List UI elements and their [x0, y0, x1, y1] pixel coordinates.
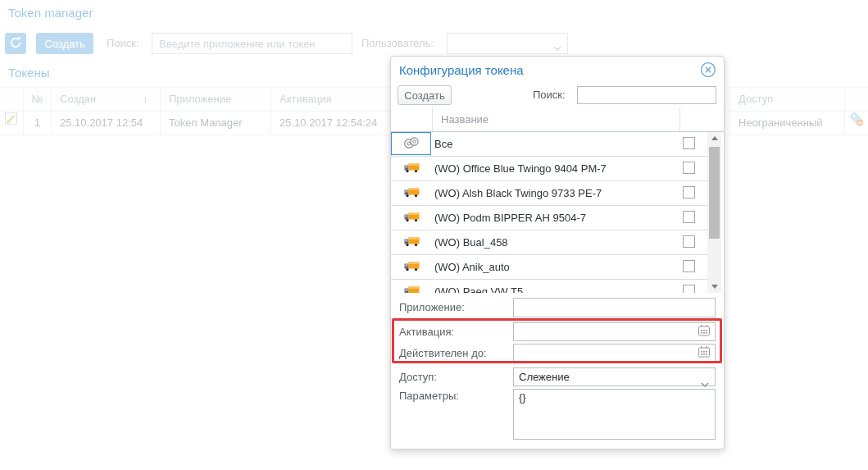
activation-field-row: Активация: [391, 322, 725, 341]
valid-until-field-row: Действителен до: [391, 344, 725, 363]
activation-date-input[interactable] [513, 322, 716, 341]
sort-desc-icon: ↓ [143, 88, 149, 111]
token-num-cell: 1 [23, 112, 51, 135]
scroll-down-arrow[interactable] [707, 281, 721, 293]
revoke-token-cell[interactable] [844, 112, 868, 135]
dialog-title: Конфигурация токена [399, 63, 524, 77]
list-scrollbar[interactable] [707, 132, 721, 293]
actions-column-header [844, 88, 868, 111]
calendar-icon [698, 349, 711, 361]
valid-until-label: Действителен до: [399, 344, 487, 363]
unit-checkbox-column-header [679, 107, 724, 131]
scroll-up-arrow[interactable] [707, 132, 721, 144]
access-label: Доступ: [399, 367, 437, 386]
truck-icon [404, 162, 420, 176]
unit-icon-column-header [391, 107, 433, 131]
group-icon [402, 137, 420, 152]
chevron-down-icon [553, 41, 561, 53]
application-field-row: Приложение: [391, 298, 725, 317]
checkbox[interactable] [683, 285, 695, 294]
list-item-unit[interactable]: (WO) Podm BIPPER AH 9504-7 [391, 206, 710, 230]
search-label: Поиск: [107, 33, 139, 54]
checkbox[interactable] [683, 235, 695, 248]
truck-icon [404, 261, 420, 274]
parameters-textarea[interactable]: {} [513, 389, 716, 440]
page-title: Token manager [8, 6, 93, 20]
application-column-header[interactable]: Приложение [160, 88, 270, 111]
application-label: Приложение: [399, 298, 465, 317]
valid-until-date-input[interactable] [513, 344, 716, 363]
list-item-unit[interactable]: (WO) Alsh Black Twingo 9733 PE-7 [391, 181, 710, 206]
checkbox[interactable] [683, 162, 695, 174]
access-column-header[interactable]: Доступ [729, 88, 844, 111]
truck-icon [404, 285, 420, 294]
search-input[interactable] [152, 33, 352, 54]
list-item-unit[interactable]: (WO) Paeg VW T5 [391, 280, 710, 293]
unit-list: Все (WO) Office Blue Twingo 9404 PM-7 (W… [391, 132, 710, 293]
token-manager-page: Token manager Создать Поиск: Пользовател… [0, 0, 868, 470]
created-column-header[interactable]: Создан↓ [51, 88, 160, 111]
checkbox[interactable] [683, 260, 695, 272]
create-token-button[interactable]: Создать [36, 33, 93, 54]
valid-until-calendar-button[interactable] [696, 345, 712, 361]
truck-icon [404, 187, 420, 200]
checkbox[interactable] [683, 137, 695, 149]
activation-label: Активация: [399, 322, 454, 341]
list-item-unit[interactable]: (WO) Office Blue Twingo 9404 PM-7 [391, 157, 710, 181]
refresh-icon [9, 36, 22, 52]
access-field-row: Доступ: Слежение [391, 367, 725, 386]
token-config-dialog: Конфигурация токена Создать Поиск: Назва… [390, 56, 725, 449]
list-item-unit[interactable]: (WO) Anik_auto [391, 255, 710, 280]
unit-name-column-header: Название [433, 107, 679, 131]
edit-pencil-icon [4, 112, 19, 135]
dialog-create-button[interactable]: Создать [398, 85, 452, 105]
list-item-all[interactable]: Все [391, 132, 710, 157]
close-circle-icon [700, 68, 716, 80]
calendar-icon [698, 327, 711, 340]
list-item-unit[interactable]: (WO) Bual_458 [391, 230, 710, 255]
checkbox[interactable] [683, 211, 695, 223]
token-created-cell: 25.10.2017 12:54 [51, 112, 160, 135]
truck-icon [404, 236, 420, 249]
close-button[interactable] [699, 62, 717, 80]
dialog-search-label: Поиск: [533, 85, 566, 105]
dialog-search-input[interactable] [577, 86, 716, 104]
edit-column-header [0, 88, 23, 111]
token-access-cell: Неограниченный [729, 112, 844, 135]
user-dropdown[interactable] [447, 33, 568, 54]
application-input[interactable] [513, 298, 716, 317]
unit-list-header: Название [391, 107, 724, 132]
refresh-button[interactable] [5, 33, 26, 54]
activation-calendar-button[interactable] [696, 324, 712, 340]
tag-remove-icon [848, 112, 865, 135]
truck-icon [404, 212, 420, 225]
token-app-cell: Token Manager [160, 112, 270, 135]
scrollbar-thumb[interactable] [709, 147, 720, 239]
checkbox[interactable] [683, 186, 695, 198]
edit-cell[interactable] [0, 112, 23, 135]
tokens-section-title: Токены [8, 66, 49, 80]
num-column-header: № [23, 88, 51, 111]
parameters-label: Параметры: [399, 390, 459, 402]
access-select[interactable]: Слежение [513, 367, 716, 386]
user-label: Пользователь: [361, 33, 434, 54]
